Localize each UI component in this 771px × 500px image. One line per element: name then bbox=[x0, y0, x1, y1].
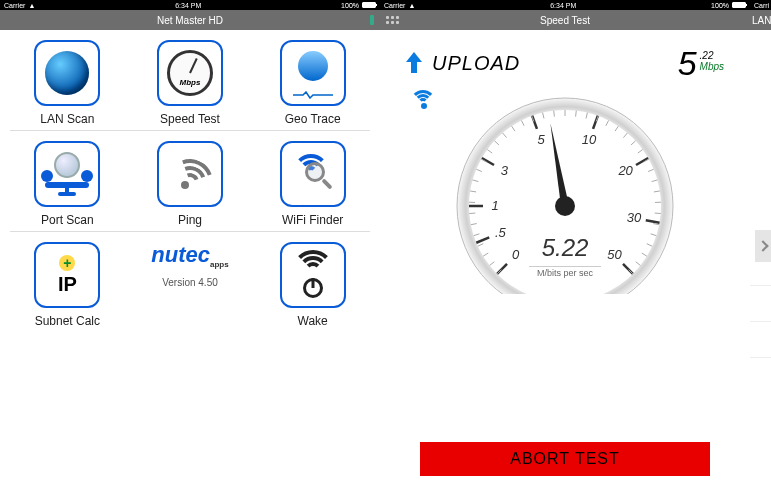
gauge-icon: Mbps bbox=[167, 50, 213, 96]
battery-pct: 100% bbox=[711, 2, 729, 9]
tile-label: Ping bbox=[178, 213, 202, 227]
tool-grid: LAN Scan Mbps Speed Test Geo Trace Po bbox=[0, 30, 380, 500]
direction-label: UPLOAD bbox=[432, 52, 520, 75]
tile-label: WiFi Finder bbox=[282, 213, 343, 227]
pane-net-master: Carrier ▲ 6:34 PM 100% Net Master HD LAN… bbox=[0, 0, 380, 500]
tile-label: Speed Test bbox=[160, 112, 220, 126]
brand-logo: nutecapps Version 4.50 bbox=[135, 242, 245, 328]
radar-globe-icon bbox=[45, 51, 89, 95]
battery-pct: 100% bbox=[341, 2, 359, 9]
battery-icon bbox=[732, 2, 746, 8]
nav-bar-mid: Speed Test bbox=[380, 10, 750, 30]
expand-chevron-button[interactable] bbox=[755, 230, 771, 262]
nav-action-button[interactable] bbox=[370, 15, 374, 25]
upload-arrow-icon bbox=[406, 52, 422, 74]
ping-icon bbox=[167, 151, 213, 197]
svg-text:3: 3 bbox=[501, 163, 509, 178]
svg-text:20: 20 bbox=[617, 163, 633, 178]
wake-icon bbox=[290, 250, 336, 300]
tile-ping[interactable]: Ping bbox=[135, 141, 245, 227]
tile-label: Subnet Calc bbox=[35, 314, 100, 328]
tile-label: Port Scan bbox=[41, 213, 94, 227]
nav-bar-right: LAN bbox=[750, 10, 771, 30]
nav-bar-left: Net Master HD bbox=[0, 10, 380, 30]
page-title: Net Master HD bbox=[157, 15, 223, 26]
subnet-calc-icon: +IP bbox=[42, 250, 92, 300]
clock: 6:34 PM bbox=[550, 2, 576, 9]
gauge-readout: 5.22 M/bits per sec bbox=[435, 234, 695, 280]
svg-text:1: 1 bbox=[491, 198, 498, 213]
upload-header: UPLOAD 5 .22 Mbps bbox=[380, 30, 750, 86]
status-bar: Carri bbox=[750, 0, 771, 10]
tile-speed-test[interactable]: Mbps Speed Test bbox=[135, 40, 245, 126]
svg-text:30: 30 bbox=[627, 210, 642, 225]
list-item[interactable] bbox=[750, 322, 771, 358]
abort-test-button[interactable]: ABORT TEST bbox=[420, 442, 710, 476]
carrier-label: Carri bbox=[754, 2, 769, 9]
tile-subnet-calc[interactable]: +IP Subnet Calc bbox=[12, 242, 122, 328]
version-label: Version 4.50 bbox=[162, 277, 218, 288]
tile-wifi-finder[interactable]: WiFi Finder bbox=[258, 141, 368, 227]
speedometer: 0.513510203050 5.22 M/bits per sec bbox=[435, 86, 695, 306]
svg-point-62 bbox=[555, 196, 575, 216]
wifi-icon: ▲ bbox=[28, 2, 35, 9]
apps-grid-button[interactable] bbox=[386, 16, 400, 24]
clock: 6:34 PM bbox=[175, 2, 201, 9]
globe-pulse-icon bbox=[291, 51, 335, 95]
status-bar: Carrier ▲ 6:34 PM 100% bbox=[0, 0, 380, 10]
speed-readout: 5 .22 Mbps bbox=[678, 46, 724, 80]
wifi-finder-icon bbox=[289, 152, 337, 196]
svg-text:5: 5 bbox=[537, 132, 545, 147]
wifi-icon: ▲ bbox=[408, 2, 415, 9]
carrier-label: Carrier bbox=[384, 2, 405, 9]
tile-wake[interactable]: Wake bbox=[258, 242, 368, 328]
svg-line-30 bbox=[554, 111, 555, 117]
svg-text:10: 10 bbox=[582, 132, 597, 147]
tile-label: Wake bbox=[298, 314, 328, 328]
tile-geo-trace[interactable]: Geo Trace bbox=[258, 40, 368, 126]
battery-icon bbox=[362, 2, 376, 8]
svg-line-32 bbox=[576, 111, 577, 117]
port-scan-icon bbox=[43, 154, 91, 194]
pane-speed-test: Carrier ▲ 6:34 PM 100% Speed Test UPLOAD… bbox=[380, 0, 750, 500]
list-item[interactable] bbox=[750, 286, 771, 322]
tile-lan-scan[interactable]: LAN Scan bbox=[12, 40, 122, 126]
tile-label: Geo Trace bbox=[285, 112, 341, 126]
svg-rect-63 bbox=[465, 294, 665, 306]
carrier-label: Carrier bbox=[4, 2, 25, 9]
tile-label: LAN Scan bbox=[40, 112, 94, 126]
tile-port-scan[interactable]: Port Scan bbox=[12, 141, 122, 227]
pane-lan-sliver: Carri LAN bbox=[750, 0, 771, 500]
page-title: Speed Test bbox=[540, 15, 590, 26]
status-bar: Carrier ▲ 6:34 PM 100% bbox=[380, 0, 750, 10]
page-title: LAN bbox=[752, 15, 771, 26]
